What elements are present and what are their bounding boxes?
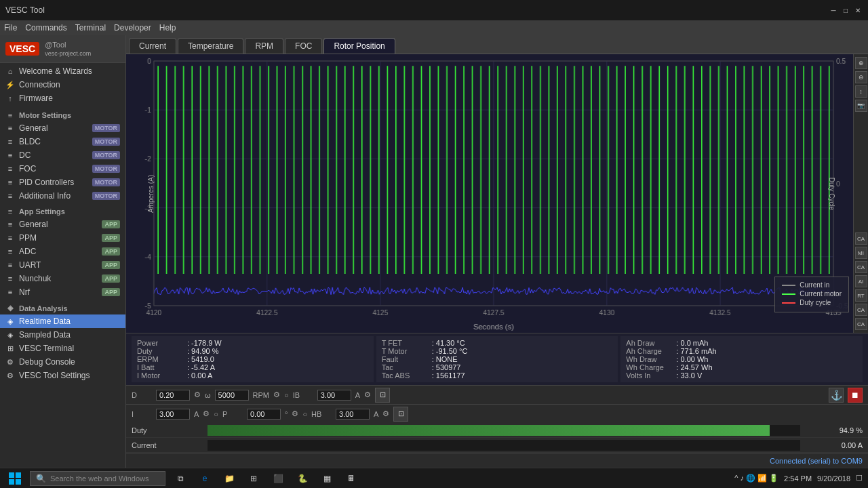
close-button[interactable]: ✕: [853, 5, 863, 15]
chart-btn-2[interactable]: MI: [855, 247, 867, 259]
windows-icon[interactable]: ⊞: [244, 469, 263, 488]
tab-temperature[interactable]: Temperature: [178, 38, 243, 54]
vesc-terminal-icon: ⊞: [5, 344, 15, 353]
taskbar-search[interactable]: 🔍 Search the web and Windows: [30, 471, 165, 486]
app-icon-1[interactable]: ▦: [317, 469, 336, 488]
tab-rpm[interactable]: RPM: [245, 38, 283, 54]
ib-input[interactable]: [317, 390, 351, 401]
chart-btn-6[interactable]: CA: [855, 304, 867, 316]
omega-settings-icon[interactable]: ⚙: [273, 390, 280, 399]
d-input[interactable]: [156, 390, 190, 401]
menu-commands[interactable]: Commands: [25, 23, 66, 33]
sidebar-item-adc[interactable]: ≡ ADC APP: [0, 245, 125, 258]
sidebar-item-dc[interactable]: ≡ DC MOTOR: [0, 148, 125, 162]
connection-icon: ⚡: [5, 81, 15, 89]
tab-rotor-position[interactable]: Rotor Position: [323, 38, 395, 54]
hb-input[interactable]: [336, 409, 370, 420]
legend-current-in: Current in: [782, 281, 842, 289]
logo: VESC @Toolvesc-project.com: [0, 35, 125, 63]
maximize-button[interactable]: □: [841, 5, 850, 15]
anchor-button[interactable]: ⚓: [829, 388, 844, 403]
search-placeholder: Search the web and Windows: [50, 474, 149, 483]
adc-badge: APP: [102, 247, 120, 256]
action-center-icon[interactable]: ☐: [856, 474, 863, 483]
sidebar-item-nrf[interactable]: ≡ Nrf APP: [0, 285, 125, 299]
task-view-button[interactable]: ⧉: [171, 469, 190, 488]
sidebar-item-nunchuk[interactable]: ≡ Nunchuk APP: [0, 272, 125, 285]
stats-bar: Power: -178.9 W Duty: 94.90 % ERPM: 5419…: [126, 333, 868, 385]
sidebar-item-ppm[interactable]: ≡ PPM APP: [0, 231, 125, 245]
adc-icon: ≡: [5, 247, 15, 256]
minimize-button[interactable]: ─: [829, 5, 838, 15]
current-progress-bar: [208, 440, 800, 451]
addinfo-badge: MOTOR: [92, 192, 120, 200]
start-button[interactable]: [5, 469, 24, 488]
tab-current[interactable]: Current: [129, 38, 176, 54]
hb-label: HB: [311, 410, 332, 418]
menu-terminal[interactable]: Terminal: [75, 23, 106, 33]
y-axis-label: Amperes (A): [147, 174, 155, 212]
chart-btn-7[interactable]: CA: [855, 318, 867, 330]
chart-btn-1[interactable]: CA: [855, 232, 867, 245]
clock-time: 2:54 PM: [784, 474, 812, 483]
sidebar-item-uart[interactable]: ≡ UART APP: [0, 258, 125, 272]
i-input[interactable]: [156, 409, 190, 420]
duty-progress-value: 94.9 %: [800, 426, 868, 434]
chart-btn-4[interactable]: AI: [855, 275, 867, 287]
tab-foc[interactable]: FOC: [285, 38, 322, 54]
bldc-badge: MOTOR: [92, 138, 120, 146]
ib-unit: A: [355, 391, 360, 399]
motor-settings-header: ≡Motor Settings: [0, 109, 125, 121]
nrf-badge: APP: [102, 288, 120, 296]
d-settings-icon[interactable]: ⚙: [194, 390, 201, 399]
p-settings-icon[interactable]: ⚙: [292, 409, 298, 418]
chart-toolbar: ⊕ ⊖ ↕ 📷 CA MI CA AI RT CA CA: [853, 54, 868, 333]
ib-settings-icon[interactable]: ⚙: [364, 390, 371, 399]
hb-settings-icon[interactable]: ⚙: [382, 409, 389, 418]
p-input[interactable]: [247, 409, 281, 420]
copy-btn-1[interactable]: ⊡: [375, 388, 390, 403]
sidebar-item-connection[interactable]: ⚡ Connection: [0, 78, 125, 92]
i-settings-icon[interactable]: ⚙: [203, 409, 210, 418]
dc-badge: MOTOR: [92, 151, 120, 159]
stop-button[interactable]: ⏹: [848, 388, 863, 403]
calculator-icon[interactable]: 🖩: [342, 469, 361, 488]
zoom-in-button[interactable]: ⊕: [855, 57, 867, 69]
copy-btn-2[interactable]: ⊡: [393, 407, 408, 422]
omega-circle-icon: ○: [284, 391, 289, 399]
screenshot-button[interactable]: 📷: [855, 100, 867, 112]
zoom-out-button[interactable]: ⊖: [855, 71, 867, 83]
current-progress-value: 0.00 A: [800, 441, 868, 449]
addinfo-icon: ≡: [5, 192, 15, 200]
sidebar-item-motor-general[interactable]: ≡ General MOTOR: [0, 121, 125, 135]
chart-btn-3[interactable]: CA: [855, 261, 867, 273]
data-analysis-icon: ◈: [5, 304, 15, 312]
sidebar-item-tool-settings[interactable]: ⚙ VESC Tool Settings: [0, 369, 125, 382]
nrf-icon: ≡: [5, 288, 15, 296]
menu-developer[interactable]: Developer: [114, 23, 151, 33]
cmd-icon[interactable]: ⬛: [269, 469, 288, 488]
realtime-icon: ◈: [5, 317, 15, 326]
sidebar-item-app-general[interactable]: ≡ General APP: [0, 218, 125, 231]
sidebar-item-realtime[interactable]: ◈ Realtime Data: [0, 314, 125, 328]
pan-button[interactable]: ↕: [855, 85, 867, 98]
chart-area: Amperes (A) Duty Cycle ⊕ ⊖ ↕ 📷 CA MI CA …: [126, 54, 868, 333]
explorer-icon[interactable]: 📁: [220, 469, 239, 488]
sidebar-item-addinfo[interactable]: ≡ Additional Info MOTOR: [0, 189, 125, 203]
sidebar-item-pid[interactable]: ≡ PID Controllers MOTOR: [0, 176, 125, 189]
menu-help[interactable]: Help: [159, 23, 176, 33]
sidebar-item-vesc-terminal[interactable]: ⊞ VESC Terminal: [0, 342, 125, 355]
python-icon[interactable]: 🐍: [293, 469, 312, 488]
sidebar-item-foc[interactable]: ≡ FOC MOTOR: [0, 162, 125, 176]
sidebar-item-debug[interactable]: ⚙ Debug Console: [0, 355, 125, 369]
firmware-icon: ↑: [5, 94, 15, 102]
progress-section: Duty 94.9 % Current 0.00 A: [126, 423, 868, 453]
omega-input[interactable]: [215, 390, 249, 401]
chart-btn-5[interactable]: RT: [855, 289, 867, 302]
edge-icon[interactable]: e: [195, 469, 214, 488]
sidebar-item-welcome[interactable]: ⌂ Welcome & Wizards: [0, 64, 125, 78]
sidebar-item-firmware[interactable]: ↑ Firmware: [0, 92, 125, 105]
sidebar-item-bldc[interactable]: ≡ BLDC MOTOR: [0, 135, 125, 148]
menu-file[interactable]: File: [4, 23, 17, 33]
sidebar-item-sampled[interactable]: ◈ Sampled Data: [0, 328, 125, 342]
